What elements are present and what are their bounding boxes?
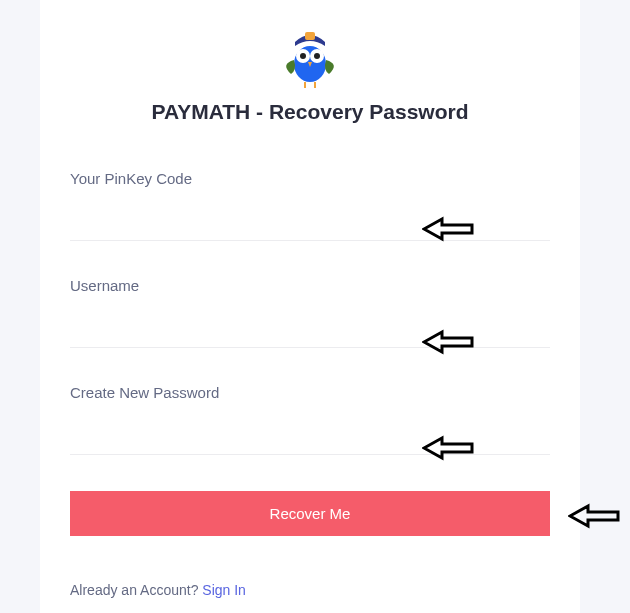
signin-link[interactable]: Sign In (202, 582, 246, 598)
owl-logo-icon (275, 30, 345, 90)
already-account: Already an Account? Sign In (70, 582, 550, 598)
username-input[interactable] (70, 308, 550, 348)
pinkey-input[interactable] (70, 201, 550, 241)
field-group-pinkey: Your PinKey Code (70, 170, 550, 241)
field-group-username: Username (70, 277, 550, 348)
newpassword-label: Create New Password (70, 384, 550, 401)
page-title: PAYMATH - Recovery Password (70, 100, 550, 124)
recovery-card: PAYMATH - Recovery Password Your PinKey … (40, 0, 580, 613)
svg-point-5 (314, 53, 320, 59)
username-label: Username (70, 277, 550, 294)
newpassword-input[interactable] (70, 415, 550, 455)
pinkey-label: Your PinKey Code (70, 170, 550, 187)
already-text: Already an Account? (70, 582, 202, 598)
logo-wrap (70, 30, 550, 94)
recover-button[interactable]: Recover Me (70, 491, 550, 536)
svg-rect-0 (305, 32, 315, 40)
field-group-newpassword: Create New Password (70, 384, 550, 455)
svg-point-4 (300, 53, 306, 59)
